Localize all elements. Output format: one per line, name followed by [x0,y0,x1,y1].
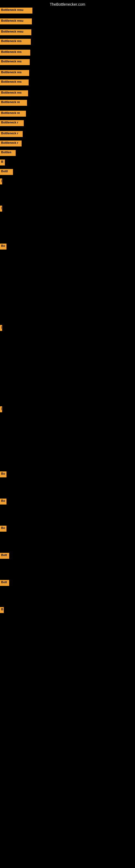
bottleneck-item: Bo [0,244,6,250]
bottleneck-item: Bo [0,499,6,504]
bottleneck-item: | [0,406,2,412]
bottleneck-item: Bottleneck res [0,70,29,76]
bottleneck-item: Bottleneck resu [0,8,32,13]
bottleneck-item: Bottleneck re [0,111,26,117]
bottleneck-item: Bottleneck r [0,131,23,137]
bottleneck-item: Bottleneck res [0,50,30,56]
bottleneck-item: Bottleneck res [0,90,28,96]
bottleneck-item: Bottleneck res [0,39,31,45]
bottleneck-item: B [0,159,5,165]
bottleneck-item: | [0,206,2,212]
bottleneck-item: Bottleneck r [0,120,24,126]
bottleneck-item: Bo [0,526,6,532]
bottleneck-item: | [0,179,2,184]
bottleneck-item: Bottl [0,169,13,175]
bottleneck-item: Bottleneck res [0,80,29,86]
bottleneck-item: Bottleneck res [0,59,30,65]
bottleneck-item: Bottlen [0,150,16,156]
bottleneck-item: Bottleneck resu [0,19,32,24]
bottleneck-item: Bottleneck resu [0,29,31,35]
bottleneck-item: Bo [0,471,6,477]
bottleneck-item: Bott [0,580,9,586]
bottleneck-item: Bott [0,553,9,559]
bottleneck-item: Bottleneck r [0,141,21,147]
bottleneck-item: | [0,325,2,331]
bottleneck-item: Bottleneck re [0,100,27,106]
bottleneck-item: B [0,607,4,613]
